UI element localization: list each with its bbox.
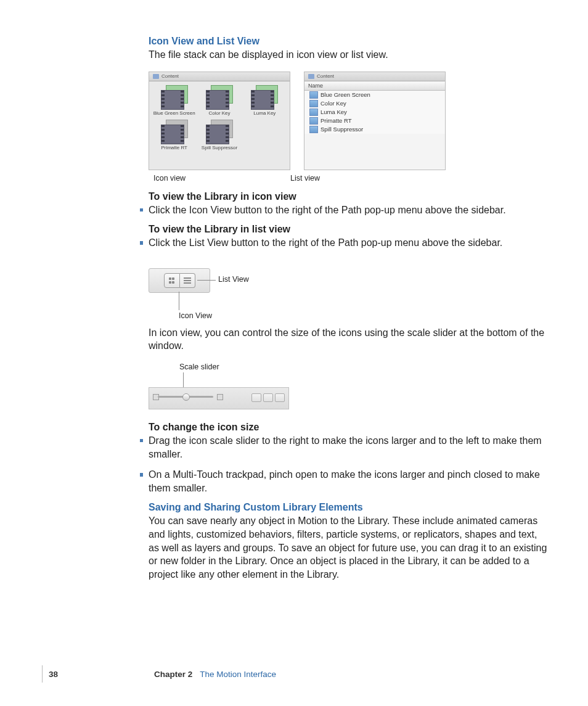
list-icon — [184, 277, 191, 284]
icon-item: Blue Green Screen — [152, 85, 197, 116]
icon-item-label: Color Key — [208, 111, 230, 116]
list-item-label: Color Key — [321, 100, 346, 107]
clip-icon — [205, 85, 234, 110]
folder-icon — [153, 74, 159, 79]
heading-saving-sharing: Saving and Sharing Custom Library Elemen… — [149, 502, 549, 513]
icon-item-label: Primatte RT — [161, 146, 187, 150]
aux-button[interactable] — [251, 393, 261, 402]
filter-icon — [309, 126, 318, 133]
clip-icon — [160, 120, 189, 144]
bullet-icon — [140, 241, 144, 245]
list-item: Spill Suppressor — [304, 125, 445, 134]
list-item: Primatte RT — [304, 117, 445, 125]
slider-max-icon — [217, 394, 223, 400]
bullet-text: Click the Icon View button to the right … — [149, 203, 549, 217]
bullet-text: On a Multi-Touch trackpad, pinch open to… — [149, 468, 549, 495]
saving-sharing-body: You can save nearly any object in Motion… — [149, 514, 549, 581]
icon-grid: Blue Green Screen Color Key Luma Key Pri… — [149, 81, 290, 155]
view-buttons-toolbar — [149, 268, 210, 293]
view-buttons-screenshot: List View Icon View — [149, 261, 395, 322]
slider-right-buttons — [251, 393, 285, 402]
bullet-icon — [140, 473, 144, 477]
scale-slider-label: Scale slider — [179, 363, 219, 371]
aux-button[interactable] — [263, 393, 273, 402]
aux-button[interactable] — [275, 393, 285, 402]
icon-item-label: Luma Key — [253, 111, 276, 116]
list-item: Color Key — [304, 99, 445, 108]
scale-intro-text: In icon view, you can control the size o… — [149, 326, 549, 353]
heading-change-icon-size: To change the icon size — [149, 422, 549, 433]
slider-thumb[interactable] — [182, 393, 190, 401]
filter-icon — [309, 100, 318, 107]
list-item: Blue Green Screen — [304, 91, 445, 99]
icon-view-callout-label: Icon View — [179, 311, 212, 320]
intro-text: The file stack can be displayed in icon … — [149, 48, 549, 62]
page-footer: 38 Chapter 2 The Motion Interface — [42, 665, 276, 683]
icon-view-screenshot: Content Blue Green Screen Color Key Luma… — [149, 72, 290, 170]
list-item-label: Blue Green Screen — [321, 91, 370, 98]
header-content-label: Content — [161, 73, 179, 79]
filter-icon — [309, 91, 318, 99]
heading-icon-list-view: Icon View and List View — [149, 36, 549, 47]
bullet-item: Drag the icon scale slider to the right … — [140, 434, 550, 461]
bullet-icon — [140, 439, 144, 443]
filter-icon — [309, 117, 318, 125]
list-view-header: Content — [304, 72, 445, 81]
content-column: Icon View and List View The file stack c… — [149, 36, 549, 581]
scale-slider-screenshot: Scale slider — [149, 363, 290, 411]
clip-icon — [205, 120, 234, 144]
screenshot-captions: Icon view List view — [153, 174, 549, 183]
folder-icon — [308, 74, 314, 79]
bullet-text: Drag the icon scale slider to the right … — [149, 434, 549, 461]
icon-view-caption: Icon view — [153, 174, 186, 183]
bullet-text: Click the List View button to the right … — [149, 236, 549, 250]
document-page: Icon View and List View The file stack c… — [0, 0, 588, 706]
page-number: 38 — [49, 670, 58, 679]
icon-item-label: Spill Suppressor — [202, 146, 237, 150]
icon-item: Spill Suppressor — [197, 120, 242, 150]
list-body: Name Blue Green Screen Color Key Luma Ke… — [304, 81, 445, 134]
list-item-label: Spill Suppressor — [321, 126, 363, 133]
clip-icon — [250, 85, 279, 110]
list-view-screenshot: Content Name Blue Green Screen Color Key… — [304, 72, 446, 170]
list-item-label: Primatte RT — [321, 117, 352, 124]
bullet-item: On a Multi-Touch trackpad, pinch open to… — [140, 468, 550, 495]
icon-view-header: Content — [149, 72, 290, 81]
icon-item-label: Blue Green Screen — [153, 111, 195, 116]
list-item: Luma Key — [304, 108, 445, 117]
callout-line — [197, 280, 216, 281]
bullet-icon — [140, 208, 144, 212]
heading-to-view-list: To view the Library in list view — [149, 224, 549, 235]
heading-to-view-icon: To view the Library in icon view — [149, 191, 549, 202]
view-screenshots: Content Blue Green Screen Color Key Luma… — [149, 72, 549, 170]
icon-item: Primatte RT — [152, 120, 197, 150]
list-view-callout-label: List View — [218, 275, 249, 284]
callout-line — [179, 292, 179, 310]
header-content-label: Content — [317, 73, 334, 79]
grid-icon — [169, 277, 175, 284]
clip-icon — [160, 85, 189, 110]
chapter-label: Chapter 2 — [154, 670, 192, 679]
list-view-button[interactable] — [180, 273, 195, 288]
icon-view-button[interactable] — [164, 273, 180, 288]
list-view-caption: List view — [290, 174, 320, 183]
chapter-title: The Motion Interface — [200, 670, 276, 679]
icon-item: Color Key — [197, 85, 242, 116]
list-item-label: Luma Key — [321, 109, 347, 115]
slider-toolbar — [149, 387, 289, 409]
filter-icon — [309, 109, 318, 116]
bullet-item: Click the List View button to the right … — [140, 236, 550, 250]
icon-item: Luma Key — [242, 85, 287, 116]
bullet-item: Click the Icon View button to the right … — [140, 203, 550, 217]
list-column-header: Name — [304, 81, 445, 91]
